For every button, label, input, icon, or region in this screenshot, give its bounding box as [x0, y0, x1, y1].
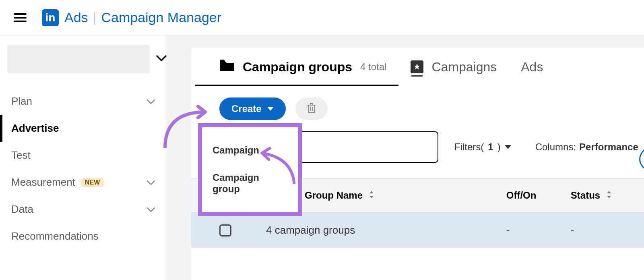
- tab-label: Campaigns: [431, 60, 497, 75]
- product-name[interactable]: Campaign Manager: [101, 10, 221, 25]
- filters-dropdown[interactable]: Filters(1): [454, 141, 511, 153]
- row-offon: -: [506, 224, 571, 236]
- row-name: 4 campaign groups: [266, 224, 506, 236]
- th-offon[interactable]: Off/On: [506, 190, 571, 201]
- hamburger-menu-icon[interactable]: [14, 13, 27, 22]
- sidebar-item-label: Data: [11, 203, 33, 216]
- sidebar-item-label: Recommendations: [11, 230, 99, 243]
- row-status: -: [571, 224, 644, 236]
- sidebar-item-label: Plan: [11, 95, 32, 108]
- tab-count: 4 total: [360, 61, 386, 73]
- tab-campaign-groups[interactable]: Campaign groups 4 total: [219, 48, 386, 86]
- caret-down-icon: [505, 145, 511, 149]
- folder-icon: [219, 59, 235, 75]
- tabs-bar: Campaign groups 4 total Campaigns Ads: [191, 48, 644, 86]
- sidebar-item-data[interactable]: Data: [0, 196, 167, 223]
- chevron-down-icon: [156, 55, 167, 63]
- tab-ads[interactable]: Ads: [521, 48, 543, 86]
- th-status[interactable]: Status: [571, 190, 644, 201]
- sidebar-item-measurement[interactable]: Measurement NEW: [0, 169, 167, 196]
- linkedin-logo-icon[interactable]: in: [42, 9, 59, 26]
- sidebar-item-recommendations[interactable]: Recommendations: [0, 223, 167, 250]
- annotation-arrow-icon: [161, 96, 217, 152]
- tab-campaigns[interactable]: Campaigns: [411, 48, 497, 86]
- sort-icon: [368, 190, 375, 201]
- trash-icon: [307, 103, 316, 115]
- new-badge: NEW: [81, 178, 104, 187]
- title-divider: |: [93, 10, 97, 25]
- account-selector[interactable]: [7, 45, 167, 73]
- chevron-down-icon: [147, 95, 155, 108]
- tab-label: Campaign groups: [243, 60, 352, 75]
- tab-label: Ads: [521, 60, 543, 75]
- sidebar-item-label: Measurement: [11, 176, 75, 189]
- caret-down-icon: [267, 107, 274, 111]
- columns-dropdown[interactable]: Columns: Performance: [535, 141, 644, 153]
- delete-button[interactable]: [295, 97, 328, 120]
- sidebar: Plan Advertise Test Measurement NEW Data…: [0, 35, 167, 280]
- app-title: Ads | Campaign Manager: [64, 10, 221, 25]
- sidebar-item-advertise[interactable]: Advertise: [0, 115, 167, 142]
- sidebar-item-label: Advertise: [11, 122, 59, 135]
- create-button[interactable]: Create: [219, 97, 286, 120]
- account-placeholder: [7, 45, 150, 73]
- star-stack-icon: [411, 60, 423, 73]
- create-label: Create: [231, 103, 262, 114]
- sidebar-item-label: Test: [11, 149, 31, 162]
- annotation-arrow-icon: [256, 146, 300, 190]
- sidebar-item-test[interactable]: Test: [0, 142, 167, 169]
- row-checkbox[interactable]: [219, 224, 231, 236]
- sidebar-item-plan[interactable]: Plan: [0, 88, 167, 115]
- chevron-down-icon: [147, 176, 155, 189]
- table-row: 4 campaign groups - -: [191, 213, 644, 248]
- app-header: in Ads | Campaign Manager: [0, 0, 644, 35]
- chevron-down-icon: [147, 203, 155, 216]
- ads-label[interactable]: Ads: [64, 10, 88, 25]
- sort-icon: [606, 190, 612, 201]
